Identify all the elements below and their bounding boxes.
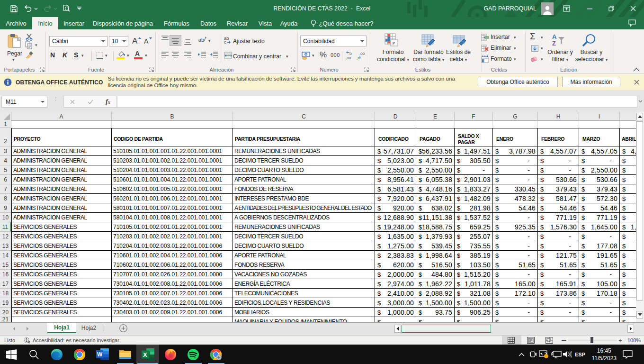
svg-text:.00: .00 — [359, 52, 365, 56]
svg-text:c: c — [224, 39, 226, 45]
svg-text:A: A — [552, 33, 557, 40]
svg-text:W: W — [97, 351, 103, 358]
svg-text:A: A — [132, 36, 138, 46]
svg-text:X: X — [143, 351, 147, 358]
svg-text:Z: Z — [552, 40, 556, 47]
svg-text:,00: ,00 — [346, 56, 351, 60]
svg-text:≠: ≠ — [392, 40, 395, 46]
svg-text:A: A — [144, 37, 149, 45]
svg-text:ab: ab — [198, 37, 204, 43]
